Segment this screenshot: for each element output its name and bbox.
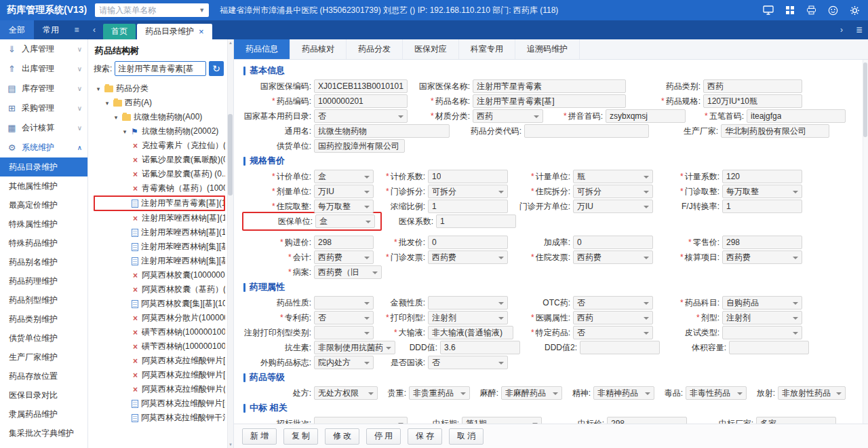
field-select[interactable]: 西药费 <box>314 250 374 264</box>
field-input[interactable]: 国药控股漳州有限公司 <box>314 139 405 153</box>
sidebar-item[interactable]: 药品目录维护 <box>0 157 87 176</box>
field-select[interactable]: 非限制使用抗菌药 <box>314 341 395 354</box>
field-select[interactable]: 注射剂 <box>722 311 802 324</box>
expander-icon[interactable]: ▾ <box>95 86 102 92</box>
field-select[interactable]: 否 <box>573 296 653 310</box>
sidebar-item[interactable]: 特殊药品维护 <box>0 234 87 253</box>
sidebar-group[interactable]: ⇑出库管理∨ <box>0 59 87 79</box>
message-icon[interactable] <box>828 5 838 16</box>
main-tab[interactable]: 药品核对 <box>290 39 347 59</box>
sidebar-group[interactable]: ⊞采购管理∨ <box>0 98 87 118</box>
sidebar-group[interactable]: ⚙系统维护∧ <box>0 138 87 157</box>
field-input[interactable]: 注射用苄星青霉素[基] <box>473 94 626 108</box>
field-input[interactable]: 西药 <box>703 79 802 93</box>
field-select[interactable]: 非精神药品 <box>593 386 654 400</box>
tree-branch[interactable]: ▾西药(A) <box>94 96 225 110</box>
field-select[interactable]: 可拆分 <box>573 185 653 198</box>
main-tab[interactable]: 医保对应 <box>403 39 459 59</box>
expander-icon[interactable]: ▾ <box>113 114 119 121</box>
field-select[interactable]: 非贵重药品 <box>409 386 470 400</box>
field-select[interactable]: 盒 <box>314 170 374 183</box>
tree-leaf[interactable]: ×诺氟沙星胶囊(基药) (0... <box>94 167 225 181</box>
scroll-up-icon[interactable]: ▲ <box>229 41 233 45</box>
field-select[interactable]: 否 <box>573 326 653 339</box>
tree-leaf[interactable]: 阿莫西林克拉维酸钾片[集]... <box>94 396 225 411</box>
tree-leaf[interactable]: ×阿莫西林胶囊(10000000601) <box>94 268 225 282</box>
form-scroll-thumb[interactable] <box>863 62 867 137</box>
field-select[interactable] <box>428 296 508 310</box>
page-tab[interactable]: 药品目录维护× <box>137 24 212 39</box>
scroll-down-icon[interactable]: ▼ <box>229 443 233 447</box>
tree-scrollbar[interactable]: ▲ ▼ <box>227 39 233 448</box>
field-select[interactable]: 万IU <box>573 200 653 213</box>
sidebar-group[interactable]: ▤库存管理∨ <box>0 79 87 98</box>
field-input[interactable]: 298 <box>722 236 802 249</box>
field-input[interactable]: 抗微生物药物 <box>314 124 450 138</box>
action-button[interactable]: 复制 <box>283 428 318 445</box>
tree-leaf[interactable]: 阿莫西林克拉维酸钾干混... <box>94 411 225 425</box>
sidebar-item[interactable]: 药品存放位置 <box>0 367 87 386</box>
main-tab[interactable]: 追溯码维护 <box>515 39 580 59</box>
scroll-left-icon[interactable]: ‹ <box>85 20 103 39</box>
settings-icon[interactable] <box>850 5 860 16</box>
tree-branch[interactable]: ▾药品分类 <box>94 81 225 96</box>
field-select[interactable]: 可拆分 <box>428 185 508 198</box>
action-button[interactable]: 取消 <box>449 428 484 445</box>
sidebar-item[interactable]: 药品类别维护 <box>0 310 87 329</box>
field-select[interactable]: 西药 <box>573 311 653 324</box>
field-input[interactable]: 298 <box>607 417 687 424</box>
field-input[interactable]: 多家 <box>756 417 836 424</box>
expander-icon[interactable]: ▾ <box>104 100 111 107</box>
field-select[interactable] <box>722 326 802 339</box>
sidebar-item[interactable]: 特殊属性维护 <box>0 214 87 234</box>
field-select[interactable]: 西药费 <box>722 250 802 264</box>
field-select[interactable]: 西药费（旧 <box>314 265 382 279</box>
nav-tab[interactable]: 常用 <box>34 20 68 39</box>
field-input[interactable]: 0 <box>573 236 653 249</box>
field-input[interactable]: 298 <box>314 236 374 249</box>
tree-leaf[interactable]: ×阿莫西林克拉维酸钾片(10... <box>94 382 225 396</box>
field-input[interactable]: 1000000201 <box>314 94 408 108</box>
main-tab[interactable]: 科室专用 <box>459 39 515 59</box>
tree-leaf[interactable]: ×阿莫西林克拉维酸钾片[基](... <box>94 368 225 382</box>
menu-search-dropdown[interactable]: 请输入菜单名称 ▼ <box>95 3 209 17</box>
field-input[interactable]: 3.6 <box>440 341 520 354</box>
tree-leaf[interactable]: 阿莫西林胶囊[集][基](1000... <box>94 297 225 311</box>
tree-leaf[interactable]: ×磺苄西林钠(1000001000) <box>94 325 225 339</box>
field-input[interactable]: 1 <box>722 200 802 213</box>
field-input[interactable]: 非大输液(普通输液) <box>428 326 513 339</box>
field-select[interactable]: 非毒性药品 <box>686 386 747 400</box>
field-select[interactable]: 否 <box>428 356 508 369</box>
field-input[interactable] <box>580 341 660 354</box>
sidebar-item[interactable]: 生产厂家维护 <box>0 348 87 367</box>
field-select[interactable]: 每万取整 <box>722 185 802 198</box>
tree-leaf[interactable]: ×注射用苯唑西林钠[基](100... <box>94 211 225 225</box>
form-scrollbar[interactable] <box>863 60 868 424</box>
sidebar-item[interactable]: 最高定价维护 <box>0 195 87 214</box>
expander-icon[interactable]: ▾ <box>121 128 128 135</box>
field-select[interactable]: 西药费 <box>428 250 508 264</box>
refresh-icon[interactable]: ↻ <box>209 61 224 76</box>
field-input[interactable]: XJ01CEB113B0010101 <box>314 79 408 93</box>
sidebar-item[interactable]: 医保目录对比 <box>0 386 87 405</box>
tree-scroll-thumb[interactable] <box>228 114 233 195</box>
field-input[interactable]: 华北制药股份有限公司 <box>721 124 829 138</box>
field-select[interactable]: 否 <box>314 311 374 324</box>
sidebar-item[interactable]: 隶属药品维护 <box>0 405 87 424</box>
page-tab[interactable]: 首页 <box>103 24 136 39</box>
field-input[interactable]: 0 <box>428 236 508 249</box>
action-button[interactable]: 保存 <box>408 428 442 445</box>
field-select[interactable]: 第1期 <box>462 417 542 424</box>
tree-leaf[interactable]: ×磺苄西林钠(1000001002) <box>94 339 225 354</box>
action-button[interactable]: 新增 <box>242 428 277 445</box>
action-button[interactable]: 修改 <box>325 428 359 445</box>
field-input[interactable]: 1 <box>428 200 508 213</box>
field-select[interactable] <box>314 417 408 424</box>
field-select[interactable] <box>314 296 374 310</box>
scroll-right-icon[interactable]: › <box>833 20 850 39</box>
main-tab[interactable]: 药品分发 <box>347 39 403 59</box>
tree-leaf[interactable]: 注射用苄星青霉素[基](100... <box>94 195 225 211</box>
tree-leaf[interactable]: 注射用苯唑西林钠[基](100... <box>94 225 225 240</box>
field-select[interactable]: 瓶 <box>573 170 653 183</box>
tree-branch[interactable]: ▾抗微生物药物(A00) <box>94 110 225 124</box>
